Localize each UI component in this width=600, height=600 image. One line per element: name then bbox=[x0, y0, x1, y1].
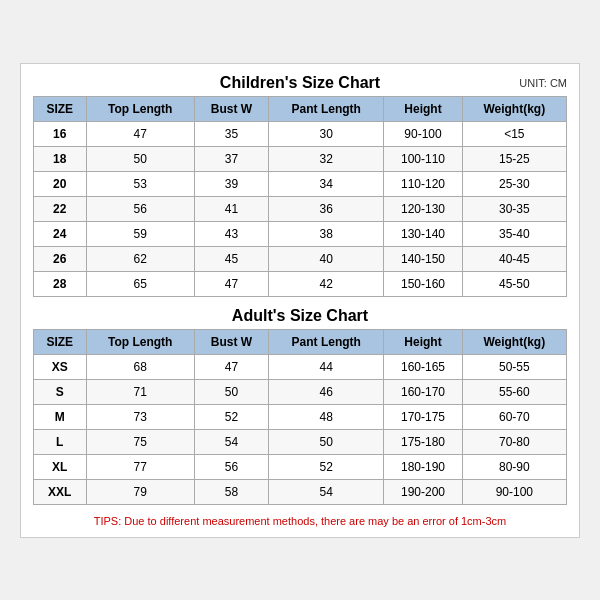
children-col-height: Height bbox=[384, 96, 462, 121]
data-cell: 47 bbox=[194, 271, 268, 296]
data-cell: 30 bbox=[268, 121, 383, 146]
adult-col-height: Height bbox=[384, 329, 462, 354]
data-cell: 37 bbox=[194, 146, 268, 171]
data-cell: 50 bbox=[86, 146, 194, 171]
children-header-row: SIZE Top Length Bust W Pant Length Heigh… bbox=[34, 96, 567, 121]
data-cell: 77 bbox=[86, 454, 194, 479]
adult-col-top-length: Top Length bbox=[86, 329, 194, 354]
children-col-pant-length: Pant Length bbox=[268, 96, 383, 121]
data-cell: 35 bbox=[194, 121, 268, 146]
table-row: XL775652180-19080-90 bbox=[34, 454, 567, 479]
data-cell: 75 bbox=[86, 429, 194, 454]
data-cell: 59 bbox=[86, 221, 194, 246]
table-row: 28654742150-16045-50 bbox=[34, 271, 567, 296]
adult-col-pant-length: Pant Length bbox=[268, 329, 383, 354]
children-col-top-length: Top Length bbox=[86, 96, 194, 121]
data-cell: 43 bbox=[194, 221, 268, 246]
data-cell: 170-175 bbox=[384, 404, 462, 429]
data-cell: 39 bbox=[194, 171, 268, 196]
children-table-header: SIZE Top Length Bust W Pant Length Heigh… bbox=[34, 96, 567, 121]
data-cell: 160-170 bbox=[384, 379, 462, 404]
data-cell: 30-35 bbox=[462, 196, 566, 221]
data-cell: 130-140 bbox=[384, 221, 462, 246]
data-cell: 48 bbox=[268, 404, 383, 429]
data-cell: 47 bbox=[86, 121, 194, 146]
data-cell: 190-200 bbox=[384, 479, 462, 504]
table-row: 1647353090-100<15 bbox=[34, 121, 567, 146]
adult-table-header: SIZE Top Length Bust W Pant Length Heigh… bbox=[34, 329, 567, 354]
data-cell: 71 bbox=[86, 379, 194, 404]
table-row: 20533934110-12025-30 bbox=[34, 171, 567, 196]
unit-label: UNIT: CM bbox=[519, 77, 567, 89]
children-table-body: 1647353090-100<1518503732100-11015-25205… bbox=[34, 121, 567, 296]
data-cell: 150-160 bbox=[384, 271, 462, 296]
data-cell: 55-60 bbox=[462, 379, 566, 404]
size-cell: 22 bbox=[34, 196, 87, 221]
data-cell: 56 bbox=[86, 196, 194, 221]
adult-header-row: SIZE Top Length Bust W Pant Length Heigh… bbox=[34, 329, 567, 354]
data-cell: 110-120 bbox=[384, 171, 462, 196]
data-cell: 42 bbox=[268, 271, 383, 296]
data-cell: 65 bbox=[86, 271, 194, 296]
data-cell: 80-90 bbox=[462, 454, 566, 479]
table-row: 22564136120-13030-35 bbox=[34, 196, 567, 221]
data-cell: 47 bbox=[194, 354, 268, 379]
data-cell: 56 bbox=[194, 454, 268, 479]
data-cell: 68 bbox=[86, 354, 194, 379]
children-title: Children's Size Chart bbox=[220, 74, 380, 92]
data-cell: 53 bbox=[86, 171, 194, 196]
children-col-bust-w: Bust W bbox=[194, 96, 268, 121]
data-cell: 40-45 bbox=[462, 246, 566, 271]
size-cell: XL bbox=[34, 454, 87, 479]
table-row: S715046160-17055-60 bbox=[34, 379, 567, 404]
size-cell: 26 bbox=[34, 246, 87, 271]
table-row: 26624540140-15040-45 bbox=[34, 246, 567, 271]
children-table: SIZE Top Length Bust W Pant Length Heigh… bbox=[33, 96, 567, 297]
data-cell: 45-50 bbox=[462, 271, 566, 296]
data-cell: 46 bbox=[268, 379, 383, 404]
adult-col-bust-w: Bust W bbox=[194, 329, 268, 354]
size-cell: XS bbox=[34, 354, 87, 379]
data-cell: 50 bbox=[268, 429, 383, 454]
data-cell: 58 bbox=[194, 479, 268, 504]
adult-title-row: Adult's Size Chart bbox=[33, 307, 567, 325]
data-cell: 52 bbox=[268, 454, 383, 479]
adult-col-size: SIZE bbox=[34, 329, 87, 354]
data-cell: 60-70 bbox=[462, 404, 566, 429]
size-cell: 16 bbox=[34, 121, 87, 146]
data-cell: 54 bbox=[268, 479, 383, 504]
table-row: L755450175-18070-80 bbox=[34, 429, 567, 454]
children-col-size: SIZE bbox=[34, 96, 87, 121]
data-cell: 50 bbox=[194, 379, 268, 404]
table-row: XXL795854190-20090-100 bbox=[34, 479, 567, 504]
size-cell: L bbox=[34, 429, 87, 454]
data-cell: 35-40 bbox=[462, 221, 566, 246]
children-title-row: Children's Size Chart UNIT: CM bbox=[33, 74, 567, 92]
data-cell: 180-190 bbox=[384, 454, 462, 479]
data-cell: 79 bbox=[86, 479, 194, 504]
table-row: 18503732100-11015-25 bbox=[34, 146, 567, 171]
data-cell: 15-25 bbox=[462, 146, 566, 171]
size-cell: 20 bbox=[34, 171, 87, 196]
size-cell: XXL bbox=[34, 479, 87, 504]
data-cell: 62 bbox=[86, 246, 194, 271]
adult-table: SIZE Top Length Bust W Pant Length Heigh… bbox=[33, 329, 567, 505]
data-cell: 120-130 bbox=[384, 196, 462, 221]
table-row: 24594338130-14035-40 bbox=[34, 221, 567, 246]
data-cell: 175-180 bbox=[384, 429, 462, 454]
size-cell: 24 bbox=[34, 221, 87, 246]
chart-container: Children's Size Chart UNIT: CM SIZE Top … bbox=[20, 63, 580, 538]
data-cell: 38 bbox=[268, 221, 383, 246]
data-cell: 40 bbox=[268, 246, 383, 271]
data-cell: 90-100 bbox=[384, 121, 462, 146]
data-cell: 44 bbox=[268, 354, 383, 379]
data-cell: 90-100 bbox=[462, 479, 566, 504]
data-cell: 73 bbox=[86, 404, 194, 429]
data-cell: <15 bbox=[462, 121, 566, 146]
data-cell: 54 bbox=[194, 429, 268, 454]
data-cell: 41 bbox=[194, 196, 268, 221]
data-cell: 32 bbox=[268, 146, 383, 171]
data-cell: 140-150 bbox=[384, 246, 462, 271]
data-cell: 36 bbox=[268, 196, 383, 221]
table-row: M735248170-17560-70 bbox=[34, 404, 567, 429]
